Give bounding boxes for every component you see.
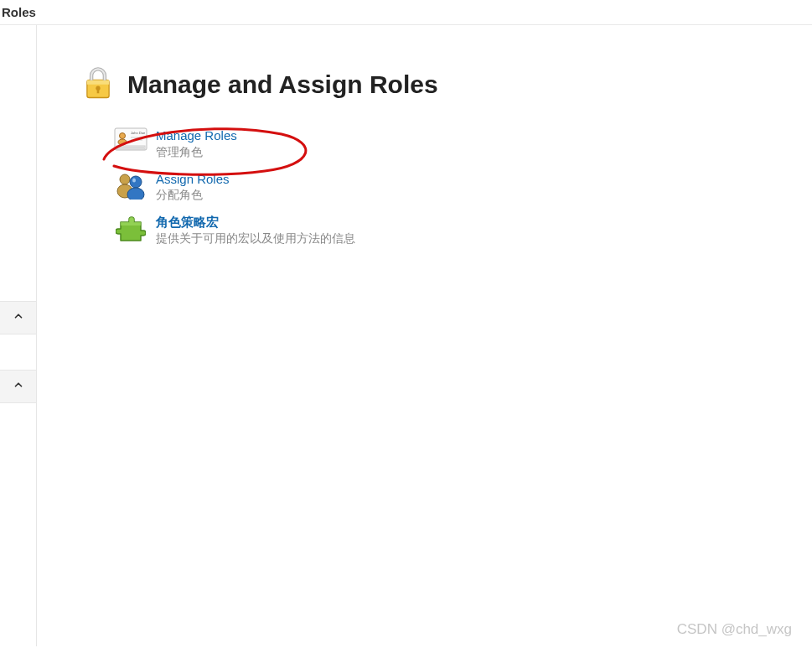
- role-strategy-macros-link[interactable]: 角色策略宏: [156, 214, 355, 231]
- item-assign-roles: Assign Roles 分配角色: [114, 171, 812, 203]
- svg-rect-3: [97, 89, 100, 93]
- main-content: Manage and Assign Roles John Doe: [37, 25, 812, 646]
- items-list: John Doe Manage Roles 管理角色: [80, 127, 812, 246]
- manage-roles-link[interactable]: Manage Roles: [156, 127, 237, 144]
- role-strategy-macros-desc: 提供关于可用的宏以及使用方法的信息: [156, 231, 355, 246]
- puzzle-icon: [114, 214, 147, 246]
- sidebar-collapse-button-2[interactable]: [0, 370, 36, 403]
- item-manage-roles: John Doe Manage Roles 管理角色: [114, 127, 812, 159]
- page-heading: Manage and Assign Roles: [80, 65, 812, 104]
- svg-text:John Doe: John Doe: [131, 131, 146, 135]
- page-title: Manage and Assign Roles: [127, 70, 438, 99]
- breadcrumb-label: Roles: [2, 5, 36, 19]
- assign-roles-link[interactable]: Assign Roles: [156, 171, 230, 188]
- chevron-up-icon: [13, 379, 24, 394]
- sidebar: [0, 25, 37, 646]
- sidebar-collapse-button-1[interactable]: [0, 301, 36, 334]
- item-role-strategy-macros: 角色策略宏 提供关于可用的宏以及使用方法的信息: [114, 214, 812, 246]
- assign-roles-desc: 分配角色: [156, 187, 230, 202]
- sidebar-collapse-stack: [0, 301, 36, 403]
- chevron-up-icon: [13, 310, 24, 325]
- manage-roles-desc: 管理角色: [156, 144, 237, 159]
- svg-point-31: [132, 178, 136, 182]
- svg-point-30: [127, 188, 144, 200]
- svg-point-29: [130, 176, 142, 188]
- svg-point-5: [120, 133, 126, 139]
- people-icon: [114, 171, 147, 203]
- svg-point-27: [120, 174, 130, 184]
- breadcrumb: Roles: [0, 0, 812, 25]
- svg-rect-10: [116, 146, 145, 149]
- svg-point-6: [118, 139, 127, 145]
- watermark: CSDN @chd_wxg: [677, 621, 792, 638]
- page-layout: Manage and Assign Roles John Doe: [0, 25, 812, 646]
- svg-rect-1: [87, 80, 109, 85]
- id-card-icon: John Doe: [114, 127, 147, 159]
- lock-icon: [80, 65, 116, 104]
